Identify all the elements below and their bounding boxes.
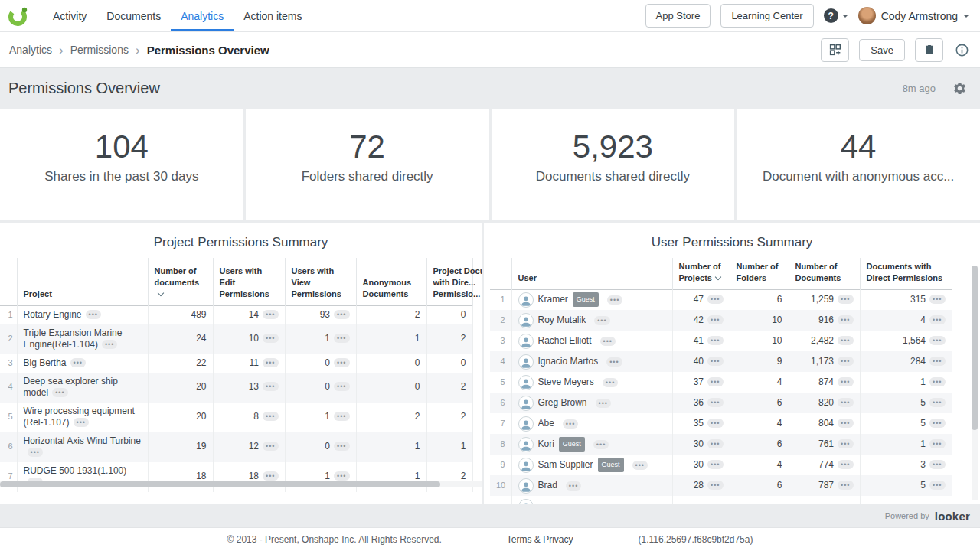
edit-permissions-cell[interactable]: 14 [213, 305, 285, 324]
documents-cell[interactable]: 20 [148, 373, 213, 403]
column-header-direct[interactable]: Project Documen... with Dire... Permissi… [426, 258, 472, 305]
folders-cell[interactable]: 4 [730, 413, 789, 434]
user-cell[interactable]: Sam Supplier Guest [511, 455, 672, 475]
user-cell[interactable]: Kramer Guest [511, 289, 672, 310]
cell-menu-icon[interactable] [838, 481, 853, 490]
cell-menu-icon[interactable] [707, 481, 723, 490]
user-name[interactable]: Brad [538, 480, 557, 491]
column-header-documents[interactable]: Number of Documents [789, 258, 860, 289]
cell-menu-icon[interactable] [632, 461, 648, 470]
user-name[interactable]: Sam Supplier [538, 459, 593, 471]
user-name[interactable]: Ignacio Martos [538, 356, 599, 367]
projects-cell[interactable]: 42 [672, 310, 730, 331]
anonymous-documents-cell[interactable]: 2 [356, 403, 426, 432]
project-cell[interactable]: Horizontal Axis Wind Turbine [17, 432, 148, 462]
user-name[interactable]: Kori [538, 439, 554, 450]
direct-permissions-cell[interactable]: 284 [860, 351, 952, 372]
folders-cell[interactable]: 10 [730, 331, 789, 351]
column-header-direct[interactable]: Documents with Direct Permissions [860, 258, 952, 289]
cell-menu-icon[interactable] [929, 377, 945, 386]
cell-menu-icon[interactable] [603, 378, 618, 387]
cell-menu-icon[interactable] [838, 357, 853, 366]
direct-permissions-cell[interactable]: 4 [860, 310, 952, 331]
cell-menu-icon[interactable] [566, 481, 581, 491]
delete-button[interactable] [915, 38, 943, 62]
cell-menu-icon[interactable] [334, 412, 349, 421]
direct-permissions-cell[interactable]: 3 [860, 455, 952, 475]
documents-cell[interactable]: 24 [148, 324, 213, 354]
cell-menu-icon[interactable] [707, 357, 723, 366]
documents-cell[interactable]: 761 [789, 434, 860, 455]
cell-menu-icon[interactable] [838, 295, 853, 304]
cell-menu-icon[interactable] [334, 471, 349, 481]
breadcrumb-analytics[interactable]: Analytics [9, 44, 52, 56]
cell-menu-icon[interactable] [74, 418, 89, 427]
terms-privacy-link[interactable]: Terms & Privacy [507, 534, 573, 545]
direct-permissions-cell[interactable]: 0 [426, 305, 472, 324]
documents-cell[interactable]: 20 [148, 403, 213, 432]
vertical-scrollbar[interactable] [972, 266, 978, 500]
cell-menu-icon[interactable] [707, 398, 723, 407]
projects-cell[interactable]: 36 [672, 393, 730, 413]
edit-permissions-cell[interactable]: 10 [213, 324, 285, 354]
direct-permissions-cell[interactable]: 0 [426, 354, 472, 373]
app-store-button[interactable]: App Store [645, 4, 711, 28]
edit-permissions-cell[interactable]: 11 [213, 354, 285, 373]
projects-cell[interactable]: 40 [672, 351, 730, 372]
user-cell[interactable]: Rachel Elliott [511, 331, 672, 351]
gear-icon[interactable] [952, 81, 967, 96]
direct-permissions-cell[interactable]: 2 [426, 403, 472, 432]
anonymous-documents-cell[interactable]: 2 [356, 305, 426, 324]
user-name[interactable]: Abe [538, 418, 554, 429]
documents-cell[interactable]: 19 [148, 432, 213, 462]
projects-cell[interactable]: 47 [672, 289, 730, 310]
learning-center-button[interactable]: Learning Center [720, 4, 813, 28]
user-menu[interactable]: Cody Armstrong [858, 7, 969, 24]
scrollbar-thumb[interactable] [972, 266, 978, 430]
cell-menu-icon[interactable] [929, 295, 945, 304]
user-name[interactable]: Kramer [538, 294, 568, 305]
tab-analytics[interactable]: Analytics [171, 0, 234, 31]
cell-menu-icon[interactable] [334, 442, 349, 451]
cell-menu-icon[interactable] [334, 358, 349, 367]
cell-menu-icon[interactable] [707, 419, 723, 428]
cell-menu-icon[interactable] [263, 412, 278, 421]
column-header-folders[interactable]: Number of Folders [730, 258, 789, 289]
info-button[interactable] [955, 43, 969, 57]
cell-menu-icon[interactable] [607, 295, 622, 305]
projects-cell[interactable]: 35 [672, 413, 730, 434]
view-permissions-cell[interactable]: 0 [285, 354, 356, 373]
cell-menu-icon[interactable] [838, 439, 853, 448]
column-header-project[interactable]: Project [17, 258, 148, 305]
user-cell[interactable]: Kori Guest [511, 434, 672, 455]
projects-cell[interactable]: 30 [672, 455, 730, 475]
user-name[interactable]: Greg Brown [538, 397, 587, 409]
documents-cell[interactable]: 774 [789, 455, 860, 475]
folders-cell[interactable]: 9 [730, 351, 789, 372]
cell-menu-icon[interactable] [707, 439, 723, 448]
documents-cell[interactable]: 804 [789, 413, 860, 434]
cell-menu-icon[interactable] [263, 471, 278, 481]
cell-menu-icon[interactable] [596, 399, 611, 408]
projects-cell[interactable]: 41 [672, 331, 730, 351]
cell-menu-icon[interactable] [263, 382, 278, 391]
project-cell[interactable]: Triple Expansion Marine Engine(Rel-1.104… [17, 324, 148, 354]
cell-menu-icon[interactable] [838, 398, 853, 407]
project-cell[interactable]: Rotary Engine [17, 305, 148, 324]
anonymous-documents-cell[interactable]: 0 [356, 373, 426, 403]
cell-menu-icon[interactable] [838, 377, 853, 386]
user-cell[interactable]: Greg Brown [511, 393, 672, 413]
cell-menu-icon[interactable] [263, 310, 278, 319]
view-permissions-cell[interactable]: 0 [285, 432, 356, 462]
cell-menu-icon[interactable] [838, 460, 853, 469]
folders-cell[interactable]: 4 [730, 455, 789, 475]
documents-cell[interactable]: 1,173 [789, 351, 860, 372]
edit-permissions-cell[interactable]: 12 [213, 432, 285, 462]
anonymous-documents-cell[interactable]: 1 [356, 324, 426, 354]
cell-menu-icon[interactable] [838, 315, 853, 324]
cell-menu-icon[interactable] [606, 357, 622, 367]
view-permissions-cell[interactable]: 1 [285, 403, 356, 432]
edit-permissions-cell[interactable]: 13 [213, 373, 285, 403]
documents-cell[interactable]: 916 [789, 310, 860, 331]
cell-menu-icon[interactable] [707, 460, 723, 469]
